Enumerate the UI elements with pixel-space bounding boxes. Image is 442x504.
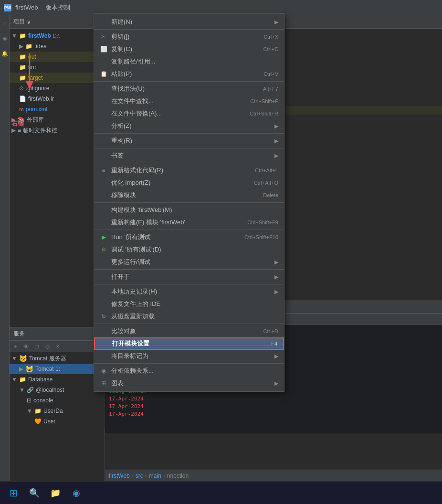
copy-icon: ⬜ [100,46,107,52]
reload-icon: ↻ [100,313,107,320]
menu-item-refactor[interactable]: 重构(R) ▶ [94,135,284,147]
reload-label: 从磁盘重新加载 [111,312,278,321]
context-menu-overlay: 新建(N) ▶ ✂ 剪切(I) Ctrl+X ⬜ 复制(C) Ctrl+C 复制… [0,0,442,504]
separator-1 [94,29,284,30]
separator-6 [94,202,284,203]
menu-item-replaceinfiles[interactable]: 在文件中替换(A)... Ctrl+Shift+R [94,107,284,120]
copypath-label: 复制路径/引用... [111,57,278,66]
compare-shortcut: Ctrl+D [263,328,278,334]
analyzedeps-label: 分析依赖关系... [111,367,278,375]
paste-label: 粘贴(P) [111,70,260,78]
localhistory-arrow: ▶ [274,289,278,295]
menu-item-openin[interactable]: 打开于 ▶ [94,271,284,283]
findusage-shortcut: Alt+F7 [263,86,278,92]
findinfiles-label: 在文件中查找... [111,97,246,105]
localhistory-label: 本地历史记录(H) [111,287,271,296]
separator-2 [94,81,284,82]
paste-icon: 📋 [100,71,107,77]
run-icon: ▶ [100,234,107,241]
reformat-icon: ≡ [100,167,107,174]
debug-label: 调试 '所有测试'(D) [111,245,278,254]
menu-item-findinfiles[interactable]: 在文件中查找... Ctrl+Shift+F [94,95,284,107]
menu-item-cut[interactable]: ✂ 剪切(I) Ctrl+X [94,31,284,43]
separator-7 [94,230,284,230]
menu-item-compare[interactable]: 比较对象 Ctrl+D [94,325,284,337]
menu-item-module-settings[interactable]: 打开模块设置 F4 [94,337,284,350]
diagram-label: 图表 [111,379,271,388]
refactor-arrow: ▶ [274,138,278,144]
menu-item-run[interactable]: ▶ Run '所有测试' Ctrl+Shift+F10 [94,231,284,243]
menu-item-buildmodule[interactable]: 构建模块 'firstWeb'(M) [94,204,284,216]
rebuildmodule-label: 重新构建(E) 模块 'firstWeb' [111,218,243,227]
new-label: 新建(N) [111,18,271,26]
findusage-label: 查找用法(U) [111,84,259,93]
removemodule-label: 移除模块 [111,191,259,200]
separator-11 [94,363,284,364]
module-settings-shortcut: F4 [271,341,277,346]
menu-item-reformat[interactable]: ≡ 重新格式化代码(R) Ctrl+Alt+L [94,164,284,177]
fixide-label: 修复文件上的 IDE [111,300,278,308]
module-settings-label: 打开模块设置 [112,339,267,348]
menu-item-debug[interactable]: ⚙ 调试 '所有测试'(D) [94,243,284,256]
separator-8 [94,269,284,270]
menu-item-paste[interactable]: 📋 粘贴(P) Ctrl+V [94,68,284,80]
context-menu: 新建(N) ▶ ✂ 剪切(I) Ctrl+X ⬜ 复制(C) Ctrl+C 复制… [94,13,284,392]
menu-item-rebuildmodule[interactable]: 重新构建(E) 模块 'firstWeb' Ctrl+Shift+F9 [94,216,284,229]
menu-item-copy[interactable]: ⬜ 复制(C) Ctrl+C [94,43,284,55]
markdir-label: 将目录标记为 [111,352,271,360]
optimizeimport-shortcut: Ctrl+Alt+O [254,180,278,186]
buildmodule-label: 构建模块 'firstWeb'(M) [111,206,278,214]
replaceinfiles-label: 在文件中替换(A)... [111,109,246,118]
optimizeimport-label: 优化 import(Z) [111,178,250,187]
analyze-label: 分析(Z) [111,122,271,130]
separator-9 [94,284,284,284]
openin-arrow: ▶ [274,274,278,280]
menu-item-copypath[interactable]: 复制路径/引用... [94,55,284,68]
refactor-label: 重构(R) [111,136,271,145]
copy-shortcut: Ctrl+C [263,46,278,52]
cut-label: 剪切(I) [111,32,260,41]
diagram-icon: ⊞ [100,380,107,387]
separator-4 [94,148,284,148]
markdir-arrow: ▶ [274,353,278,359]
openin-label: 打开于 [111,273,271,281]
menu-item-new[interactable]: 新建(N) ▶ [94,16,284,28]
removemodule-shortcut: Delete [263,192,278,198]
separator-5 [94,163,284,163]
run-label: Run '所有测试' [111,233,241,242]
menu-item-localhistory[interactable]: 本地历史记录(H) ▶ [94,285,284,298]
menu-item-bookmark[interactable]: 书签 ▶ [94,149,284,162]
replaceinfiles-shortcut: Ctrl+Shift+R [250,111,278,116]
separator-10 [94,324,284,324]
bookmark-arrow: ▶ [274,153,278,159]
separator-3 [94,133,284,134]
rebuildmodule-shortcut: Ctrl+Shift+F9 [247,220,278,225]
findinfiles-shortcut: Ctrl+Shift+F [250,98,278,104]
debug-icon: ⚙ [100,246,107,253]
menu-item-optimizeimport[interactable]: 优化 import(Z) Ctrl+Alt+O [94,177,284,189]
menu-item-analyzedeps[interactable]: ◉ 分析依赖关系... [94,365,284,377]
menu-item-findusage[interactable]: 查找用法(U) Alt+F7 [94,83,284,95]
diagram-arrow: ▶ [274,380,278,387]
new-arrow: ▶ [274,19,278,25]
menu-item-reload[interactable]: ↻ 从磁盘重新加载 [94,310,284,323]
bookmark-label: 书签 [111,151,271,160]
menu-item-diagram[interactable]: ⊞ 图表 ▶ [94,377,284,389]
reformat-shortcut: Ctrl+Alt+L [255,168,278,173]
cut-icon: ✂ [100,33,107,40]
compare-label: 比较对象 [111,327,260,336]
reformat-label: 重新格式化代码(R) [111,166,251,175]
cut-shortcut: Ctrl+X [263,34,278,40]
analyze-arrow: ▶ [274,123,278,129]
copy-label: 复制(C) [111,45,260,53]
morerun-label: 更多运行/调试 [111,258,271,266]
morerun-arrow: ▶ [274,259,278,265]
menu-item-fixide[interactable]: 修复文件上的 IDE [94,298,284,310]
menu-item-removemodule[interactable]: 移除模块 Delete [94,189,284,201]
paste-shortcut: Ctrl+V [263,71,278,77]
analyzedeps-icon: ◉ [100,368,107,374]
menu-item-morerun[interactable]: 更多运行/调试 ▶ [94,256,284,268]
menu-item-analyze[interactable]: 分析(Z) ▶ [94,120,284,132]
menu-item-markdir[interactable]: 将目录标记为 ▶ [94,350,284,362]
run-shortcut: Ctrl+Shift+F10 [244,234,278,240]
